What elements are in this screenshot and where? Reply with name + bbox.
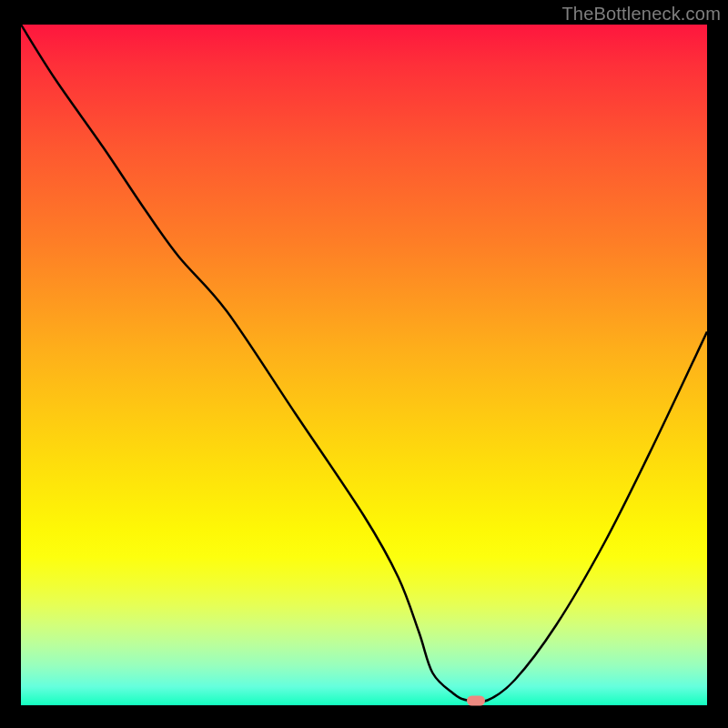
bottleneck-curve [21, 25, 707, 707]
plot-area [21, 25, 707, 707]
optimal-point-marker [467, 695, 485, 705]
x-axis-baseline [21, 705, 707, 707]
watermark-text: TheBottleneck.com [561, 4, 721, 25]
chart-frame: TheBottleneck.com [0, 0, 728, 728]
